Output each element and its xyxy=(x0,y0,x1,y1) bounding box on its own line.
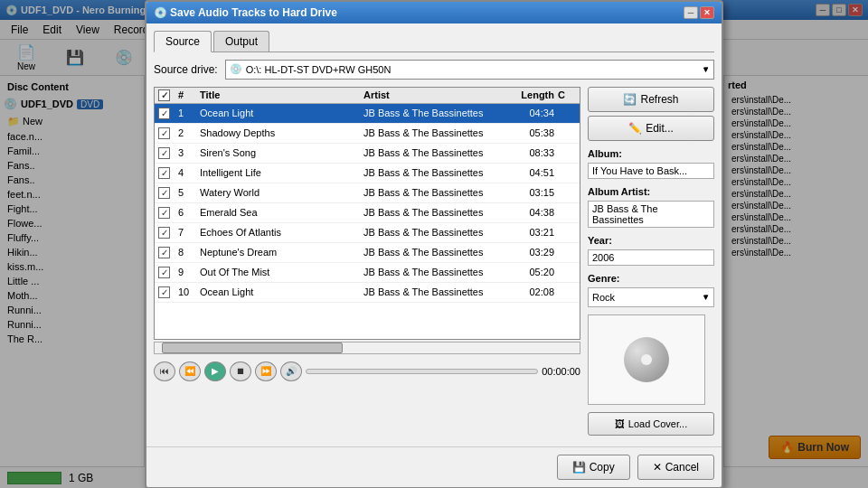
track-title: Siren's Song xyxy=(200,147,363,158)
track-checkbox[interactable] xyxy=(158,147,170,159)
track-artist: JB Bass & The Bassinettes xyxy=(363,207,508,218)
play-to-start-btn[interactable]: ⏮ xyxy=(154,361,175,381)
track-length: 08:33 xyxy=(508,147,558,158)
copy-icon: 💾 xyxy=(572,461,586,474)
dialog-content: Source Output Source drive: 💿 O:\: HL-DT… xyxy=(146,23,722,443)
track-number: 10 xyxy=(178,286,200,297)
track-row[interactable]: 6Emerald SeaJB Bass & The Bassinettes04:… xyxy=(155,203,580,223)
info-panel: 🔄 Refresh ✏️ Edit... Album: If You Have … xyxy=(588,87,714,436)
dialog-close-btn[interactable]: ✕ xyxy=(700,6,714,19)
track-number: 5 xyxy=(178,187,200,198)
track-checkbox[interactable] xyxy=(158,247,170,258)
track-length: 05:20 xyxy=(508,267,558,277)
track-checkbox[interactable] xyxy=(158,187,170,199)
track-checkbox[interactable] xyxy=(158,207,170,219)
volume-btn[interactable]: 🔊 xyxy=(280,361,302,381)
track-row[interactable]: 10Ocean LightJB Bass & The Bassinettes02… xyxy=(155,283,580,303)
track-checkbox[interactable] xyxy=(158,286,170,298)
horizontal-scrollbar[interactable] xyxy=(154,342,580,354)
track-number: 8 xyxy=(178,247,200,258)
stop-btn[interactable]: ⏹ xyxy=(230,361,251,381)
col-header-length: Length xyxy=(508,89,558,101)
album-value: If You Have to Bask... xyxy=(588,163,714,179)
load-cover-button[interactable]: 🖼 Load Cover... xyxy=(588,412,714,436)
track-title: Watery World xyxy=(200,187,363,198)
dialog-overlay: 💿 Save Audio Tracks to Hard Drive ─ ✕ So… xyxy=(0,0,868,488)
track-checkbox[interactable] xyxy=(158,108,170,119)
track-title: Ocean Light xyxy=(200,108,363,118)
track-length: 03:29 xyxy=(508,247,558,258)
track-row[interactable]: 9Out Of The MistJB Bass & The Bassinette… xyxy=(155,263,580,283)
track-artist: JB Bass & The Bassinettes xyxy=(363,108,508,118)
col-header-title: Title xyxy=(200,89,363,101)
track-row[interactable]: 3Siren's SongJB Bass & The Bassinettes08… xyxy=(155,144,580,164)
cover-art-box xyxy=(588,314,705,405)
album-artist-label: Album Artist: xyxy=(588,186,714,197)
track-number: 6 xyxy=(178,207,200,218)
tab-bar: Source Output xyxy=(154,31,714,52)
cancel-button[interactable]: ✕ Cancel xyxy=(637,455,714,480)
dialog-body: # Title Artist Length C 1Ocean LightJB B… xyxy=(154,87,714,436)
tab-output[interactable]: Output xyxy=(213,31,269,52)
track-artist: JB Bass & The Bassinettes xyxy=(363,127,508,138)
dialog-titlebar: 💿 Save Audio Tracks to Hard Drive ─ ✕ xyxy=(146,2,722,23)
col-header-artist: Artist xyxy=(363,89,508,101)
track-title: Ocean Light xyxy=(200,286,363,297)
year-label: Year: xyxy=(588,235,714,246)
source-drive-label: Source drive: xyxy=(154,63,218,76)
fast-forward-btn[interactable]: ⏩ xyxy=(255,361,277,381)
track-title: Emerald Sea xyxy=(200,207,363,218)
track-row[interactable]: 2Shadowy DepthsJB Bass & The Bassinettes… xyxy=(155,124,580,144)
track-artist: JB Bass & The Bassinettes xyxy=(363,227,508,238)
source-drive-value: O:\: HL-DT-ST DVD+RW GH50N xyxy=(246,64,392,75)
track-table[interactable]: # Title Artist Length C 1Ocean LightJB B… xyxy=(154,87,580,340)
track-row[interactable]: 7Echoes Of AtlantisJB Bass & The Bassine… xyxy=(155,223,580,243)
track-row[interactable]: 4Intelligent LifeJB Bass & The Bassinett… xyxy=(155,164,580,183)
track-row[interactable]: 1Ocean LightJB Bass & The Bassinettes04:… xyxy=(155,104,580,124)
track-length: 04:38 xyxy=(508,207,558,218)
rewind-btn[interactable]: ⏪ xyxy=(179,361,201,381)
genre-label: Genre: xyxy=(588,273,714,284)
track-table-header: # Title Artist Length C xyxy=(155,88,580,104)
track-artist: JB Bass & The Bassinettes xyxy=(363,187,508,198)
track-row[interactable]: 8Neptune's DreamJB Bass & The Bassinette… xyxy=(155,243,580,263)
select-all-checkbox[interactable] xyxy=(158,89,170,101)
dialog-minimize-btn[interactable]: ─ xyxy=(684,6,698,19)
dialog-footer: 💾 Copy ✕ Cancel xyxy=(146,446,722,487)
track-checkbox[interactable] xyxy=(158,167,170,179)
copy-button[interactable]: 💾 Copy xyxy=(557,455,630,480)
track-length: 02:08 xyxy=(508,286,558,297)
album-label: Album: xyxy=(588,148,714,159)
track-number: 7 xyxy=(178,227,200,238)
cancel-icon: ✕ xyxy=(653,461,662,474)
track-artist: JB Bass & The Bassinettes xyxy=(363,267,508,277)
col-header-num: # xyxy=(178,89,200,101)
track-checkbox[interactable] xyxy=(158,267,170,278)
refresh-button[interactable]: 🔄 Refresh xyxy=(588,87,714,112)
scrollbar-thumb[interactable] xyxy=(162,343,343,353)
track-artist: JB Bass & The Bassinettes xyxy=(363,286,508,297)
dialog-title-icon: 💿 xyxy=(154,6,166,19)
track-title: Out Of The Mist xyxy=(200,267,363,277)
source-drive-select[interactable]: 💿 O:\: HL-DT-ST DVD+RW GH50N ▼ xyxy=(225,60,714,80)
edit-icon: ✏️ xyxy=(628,122,642,135)
track-number: 2 xyxy=(178,127,200,138)
track-length: 04:34 xyxy=(508,108,558,118)
track-checkbox[interactable] xyxy=(158,127,170,139)
play-btn[interactable]: ▶ xyxy=(204,361,226,381)
track-number: 4 xyxy=(178,167,200,178)
dialog-title: Save Audio Tracks to Hard Drive xyxy=(170,6,337,19)
playback-progress[interactable] xyxy=(306,369,538,374)
year-value: 2006 xyxy=(588,249,714,266)
load-cover-icon: 🖼 xyxy=(615,418,625,429)
genre-select[interactable]: Rock ▼ xyxy=(588,287,714,307)
album-artist-value: JB Bass & The Bassinettes xyxy=(588,201,714,228)
save-audio-dialog: 💿 Save Audio Tracks to Hard Drive ─ ✕ So… xyxy=(145,0,723,488)
playback-time: 00:00:00 xyxy=(542,366,580,377)
track-title: Echoes Of Atlantis xyxy=(200,227,363,238)
edit-button[interactable]: ✏️ Edit... xyxy=(588,116,714,141)
track-row[interactable]: 5Watery WorldJB Bass & The Bassinettes03… xyxy=(155,183,580,203)
track-checkbox[interactable] xyxy=(158,227,170,239)
tab-source[interactable]: Source xyxy=(154,31,212,52)
track-length: 03:15 xyxy=(508,187,558,198)
